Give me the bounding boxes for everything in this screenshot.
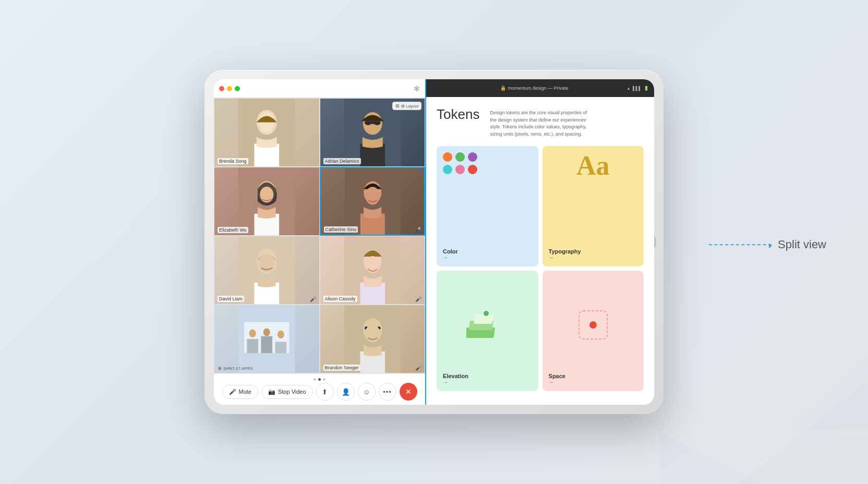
color-dot-orange <box>443 152 452 162</box>
color-dot-teal <box>443 165 452 174</box>
color-dot-pink <box>455 165 465 174</box>
stop-video-button[interactable]: 📷 Stop Video <box>261 385 313 399</box>
token-card-typography[interactable]: Aa Typography → <box>542 146 644 267</box>
browser-panel: 🔒 momentum.design — Private ▲ ▌▌▌ 🔋 Toke… <box>425 79 654 405</box>
room-label: 🖥 SHN7-17-APR3 <box>218 366 252 371</box>
browser-status-icons: ▲ ▌▌▌ 🔋 <box>626 86 649 91</box>
ipad-side-button <box>202 232 204 252</box>
browser-address-bar: 🔒 momentum.design — Private ▲ ▌▌▌ 🔋 <box>426 79 654 97</box>
microphone-icon: 🎤 <box>229 389 236 395</box>
page-dot-3 <box>323 378 326 381</box>
svg-rect-33 <box>275 342 287 353</box>
ipad-screen: ✻ Brenda Song <box>214 79 654 405</box>
elevation-arrow: → <box>443 379 532 385</box>
participant-name-david: David Liam <box>218 296 244 302</box>
svg-rect-44 <box>474 314 493 324</box>
battery-icon: 🔋 <box>644 86 649 91</box>
microphone-muted-icon-alison: 🎤 <box>415 296 421 302</box>
space-arrow: → <box>549 379 637 385</box>
video-cell-david: David Liam 🎤 <box>214 236 320 305</box>
participant-name-elizabeth: Elizabeth Wu <box>218 227 248 233</box>
end-call-button[interactable]: ✕ <box>400 383 417 401</box>
token-card-space[interactable]: Space → <box>542 271 644 391</box>
tokens-grid: Color → Aa Typography → <box>437 146 644 391</box>
typography-card-label: Typography → <box>549 248 637 260</box>
elevation-card-label: Elevation → <box>443 373 532 385</box>
microphone-muted-icon-brandon: 🎤 <box>415 365 421 371</box>
space-card-label: Space → <box>549 373 637 385</box>
svg-marker-1 <box>659 432 764 484</box>
bluetooth-icon: ✻ <box>414 84 420 93</box>
close-traffic-light[interactable] <box>219 86 224 91</box>
video-panel-header: ✻ <box>214 79 425 98</box>
more-options-button[interactable]: ••• <box>379 383 396 401</box>
lock-icon: 🔒 <box>500 86 506 91</box>
svg-point-34 <box>249 330 256 337</box>
room-video-feed <box>214 305 319 373</box>
video-cell-adrian: ⊞ ⊞ Layout Adrian Delamico <box>320 98 426 167</box>
participant-avatar-brenda <box>214 99 319 166</box>
svg-point-35 <box>263 328 270 336</box>
token-card-elevation[interactable]: Elevation → <box>437 271 538 391</box>
monitor-icon: 🖥 <box>218 366 222 371</box>
svg-rect-32 <box>261 336 272 354</box>
typography-display: Aa <box>549 152 637 179</box>
color-card-label: Color → <box>443 248 532 260</box>
svg-point-27 <box>366 256 379 273</box>
participant-name-catherine: Catherine Sinu <box>324 226 358 233</box>
page-dot-1 <box>314 378 316 381</box>
video-cell-brenda: Brenda Song <box>214 98 320 167</box>
maximize-traffic-light[interactable] <box>235 86 240 91</box>
participant-avatar-elizabeth <box>214 167 319 235</box>
room-name: SHN7-17-APR3 <box>223 366 252 371</box>
participant-avatar-alison <box>320 236 425 304</box>
traffic-lights <box>219 86 240 91</box>
typography-label: Typography <box>549 248 637 255</box>
ipad-device: ✻ Brenda Song <box>204 70 664 414</box>
svg-rect-31 <box>247 339 258 353</box>
space-svg <box>575 307 611 343</box>
space-label: Space <box>549 373 637 379</box>
reactions-button[interactable]: ☺ <box>358 383 376 401</box>
layout-button[interactable]: ⊞ ⊞ Layout <box>392 102 421 110</box>
participant-avatar-catherine <box>321 168 425 235</box>
tokens-title: Tokens <box>437 107 479 121</box>
elevation-graphic <box>443 277 532 373</box>
participant-name-brenda: Brenda Song <box>218 158 248 164</box>
split-view-label: Split view <box>778 238 826 251</box>
more-icon: ••• <box>383 388 392 396</box>
browser-url-container: 🔒 momentum.design — Private <box>500 86 569 91</box>
minimize-traffic-light[interactable] <box>227 86 232 91</box>
video-grid: Brenda Song ⊞ <box>214 98 425 373</box>
tokens-header: Tokens Design tokens are the core visual… <box>437 107 644 138</box>
signal-icon: ▌▌▌ <box>633 86 642 91</box>
participant-avatar-david <box>214 236 319 304</box>
video-camera-icon: 📷 <box>268 389 275 395</box>
color-arrow: → <box>443 255 532 260</box>
reactions-icon: ☺ <box>363 388 370 396</box>
svg-point-47 <box>589 321 597 329</box>
color-dot-purple <box>468 152 477 162</box>
split-view-annotation: Split view <box>709 238 826 251</box>
svg-point-45 <box>484 311 489 316</box>
elevation-svg <box>466 309 508 341</box>
url-text: momentum.design — Private <box>508 86 569 91</box>
end-call-icon: ✕ <box>405 388 412 396</box>
share-icon: ⬆ <box>322 388 328 396</box>
typography-arrow: → <box>549 255 637 260</box>
mute-button[interactable]: 🎤 Mute <box>222 385 258 399</box>
share-button[interactable]: ⬆ <box>316 383 334 401</box>
microphone-active-icon: 🎤 <box>415 227 421 233</box>
participant-name-brandon: Brandon Seeger <box>323 365 361 371</box>
svg-point-15 <box>260 187 273 202</box>
pagination-dots <box>314 378 326 381</box>
space-graphic <box>549 277 637 373</box>
annotation-dashed-line <box>709 244 771 245</box>
color-dots-grid <box>443 152 477 174</box>
video-call-panel: ✻ Brenda Song <box>214 79 425 405</box>
color-label: Color <box>443 248 532 255</box>
token-card-color[interactable]: Color → <box>437 146 538 267</box>
participants-button[interactable]: 👤 <box>337 383 355 401</box>
browser-content-area: Tokens Design tokens are the core visual… <box>426 97 654 405</box>
video-cell-elizabeth: Elizabeth Wu <box>214 167 320 236</box>
